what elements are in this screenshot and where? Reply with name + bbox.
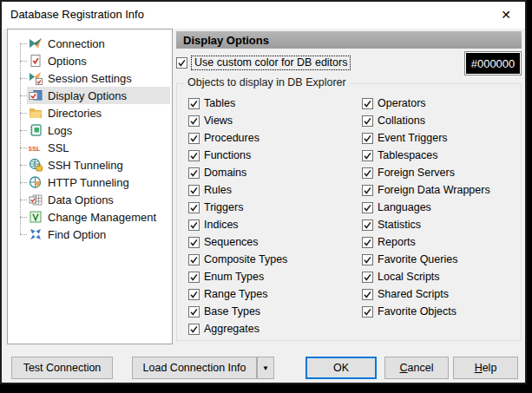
checkbox-views[interactable]: Views: [188, 112, 287, 129]
checkbox-label: Triggers: [204, 201, 243, 213]
checkbox-box: [188, 272, 200, 283]
checkbox-local-scripts[interactable]: Local Scripts: [362, 268, 490, 285]
checkbox-favorite-queries[interactable]: Favorite Queries: [362, 251, 490, 268]
checkbox-aggregates[interactable]: Aggregates: [188, 320, 287, 337]
sidebar-item-label: SSH Tunneling: [48, 159, 123, 172]
use-custom-color-checkbox[interactable]: [176, 57, 187, 69]
sidebar-item-ssh-tunneling[interactable]: SSH Tunneling: [8, 156, 170, 174]
sidebar-item-find-option[interactable]: Find Option: [8, 226, 170, 243]
checkbox-box: [188, 306, 200, 318]
check-icon: [189, 238, 199, 247]
checkbox-label: Composite Types: [204, 253, 287, 265]
tree-branch-line: [20, 147, 27, 148]
help-button[interactable]: Help: [453, 357, 518, 379]
checkbox-box: [188, 167, 200, 179]
page-title: Display Options: [176, 31, 522, 49]
directories-icon: [29, 106, 43, 120]
checkbox-label: Enum Types: [204, 271, 264, 283]
checkbox-label: Operators: [378, 97, 426, 109]
checkbox-rules[interactable]: Rules: [188, 181, 287, 199]
sidebar-item-display-options[interactable]: Display Options: [8, 87, 170, 104]
ok-button[interactable]: OK: [305, 357, 377, 379]
sidebar-item-change-management[interactable]: Change Management: [8, 208, 170, 226]
check-icon: [189, 203, 199, 213]
sidebar-item-label: SSL: [48, 141, 69, 154]
tree-branch-line: [20, 200, 27, 200]
sidebar-item-logs[interactable]: Logs: [8, 121, 170, 139]
sidebar-item-label: Connection: [48, 37, 105, 50]
checkbox-label: Reports: [378, 236, 416, 248]
checkbox-box: [188, 133, 200, 144]
sidebar-item-label: Options: [48, 55, 87, 68]
sidebar-item-options[interactable]: Options: [8, 52, 170, 69]
checkbox-event-triggers[interactable]: Event Triggers: [362, 129, 490, 147]
checkbox-label: Sequences: [204, 236, 259, 248]
sidebar-item-data-options[interactable]: Data Options: [8, 191, 170, 208]
check-icon: [189, 220, 199, 230]
checkbox-box: [362, 272, 373, 283]
checkbox-column-right: OperatorsCollationsEvent TriggersTablesp…: [362, 95, 490, 320]
checkbox-indices[interactable]: Indices: [188, 216, 287, 233]
checkbox-foreign-data-wrappers[interactable]: Foreign Data Wrappers: [362, 181, 490, 199]
checkbox-label: Shared Scripts: [378, 288, 449, 300]
find-option-icon: [29, 227, 43, 241]
load-connection-info-button[interactable]: Load Connection Info: [132, 357, 257, 379]
test-connection-button[interactable]: Test Connection: [11, 357, 113, 379]
checkbox-label: Favorite Objects: [378, 305, 456, 318]
checkbox-statistics[interactable]: Statistics: [362, 216, 490, 233]
sidebar-item-label: Display Options: [48, 89, 127, 102]
close-button[interactable]: ✕: [494, 5, 518, 24]
checkbox-tables[interactable]: Tables: [188, 95, 287, 112]
checkbox-base-types[interactable]: Base Types: [188, 303, 287, 320]
checkbox-foreign-servers[interactable]: Foreign Servers: [362, 164, 490, 181]
load-connection-info-dropdown[interactable]: ▼: [257, 357, 274, 379]
sidebar-panel: ConnectionOptionsSession SettingsDisplay…: [7, 29, 173, 344]
checkbox-label: Local Scripts: [378, 271, 440, 283]
check-icon: [189, 186, 199, 195]
checkbox-sequences[interactable]: Sequences: [188, 233, 287, 251]
checkbox-range-types[interactable]: Range Types: [188, 285, 287, 303]
checkbox-box: [188, 202, 200, 213]
checkbox-shared-scripts[interactable]: Shared Scripts: [362, 285, 490, 303]
checkbox-label: Foreign Data Wrappers: [378, 184, 490, 196]
checkbox-label: Range Types: [204, 288, 267, 300]
checkbox-composite-types[interactable]: Composite Types: [188, 251, 287, 268]
check-icon: [189, 255, 199, 265]
check-icon: [363, 99, 372, 108]
group-title: Objects to display in DB Explorer: [184, 76, 350, 88]
checkbox-label: Indices: [204, 219, 239, 231]
editor-color-swatch[interactable]: #000000: [464, 51, 522, 75]
checkbox-box: [188, 115, 200, 127]
checkbox-languages[interactable]: Languages: [362, 199, 490, 216]
sidebar-item-label: HTTP Tunneling: [48, 176, 129, 189]
checkbox-collations[interactable]: Collations: [362, 112, 490, 129]
cancel-button[interactable]: Cancel: [384, 357, 449, 379]
sidebar-item-http-tunneling[interactable]: HTTP Tunneling: [8, 174, 170, 191]
sidebar-item-connection[interactable]: Connection: [8, 35, 170, 52]
check-icon: [363, 255, 372, 265]
checkbox-favorite-objects[interactable]: Favorite Objects: [362, 303, 490, 320]
use-custom-color-row[interactable]: Use custom color for DB editors: [176, 54, 351, 71]
sidebar-item-directories[interactable]: Directories: [8, 104, 170, 121]
checkbox-tablespaces[interactable]: Tablespaces: [362, 147, 490, 164]
svg-text:SSL: SSL: [29, 145, 41, 153]
checkbox-functions[interactable]: Functions: [188, 147, 287, 164]
sidebar-item-ssl[interactable]: SSLSSL: [8, 139, 170, 156]
checkbox-label: Functions: [204, 149, 251, 161]
checkbox-box: [188, 219, 200, 231]
check-icon: [189, 290, 199, 299]
sidebar-item-session-settings[interactable]: Session Settings: [8, 69, 170, 87]
checkbox-operators[interactable]: Operators: [362, 95, 490, 112]
check-icon: [363, 272, 372, 282]
checkbox-domains[interactable]: Domains: [188, 164, 287, 181]
tree-branch-line: [20, 217, 27, 218]
check-icon: [363, 134, 372, 143]
checkbox-enum-types[interactable]: Enum Types: [188, 268, 287, 285]
color-value: #000000: [466, 53, 520, 74]
check-icon: [189, 99, 199, 108]
checkbox-triggers[interactable]: Triggers: [188, 199, 287, 216]
checkbox-reports[interactable]: Reports: [362, 233, 490, 251]
checkbox-label: Favorite Queries: [378, 253, 457, 265]
check-icon: [363, 151, 372, 160]
checkbox-procedures[interactable]: Procedures: [188, 129, 287, 147]
